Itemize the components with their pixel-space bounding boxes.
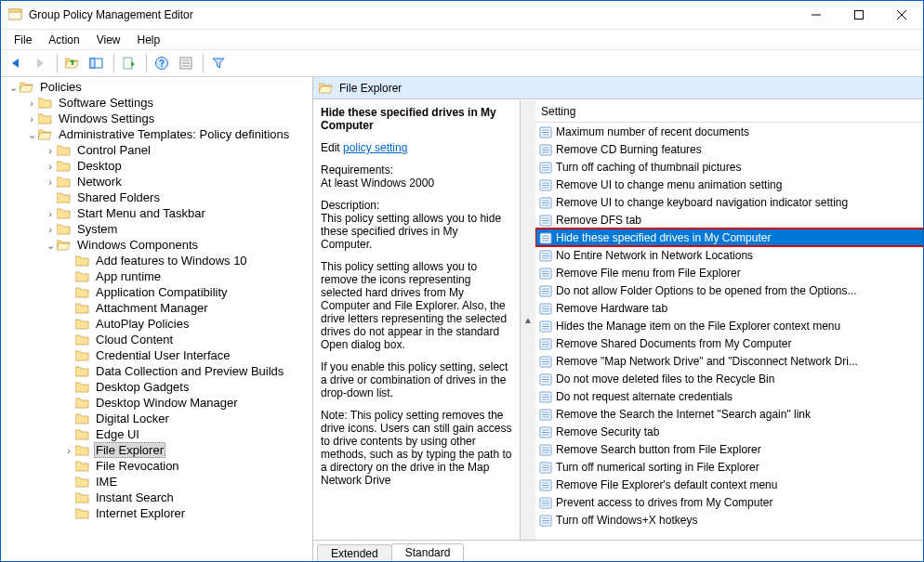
expand-icon[interactable]: › (25, 97, 38, 110)
folder-icon (75, 380, 90, 395)
tree-node[interactable]: Desktop Window Manager (62, 395, 312, 411)
close-button[interactable] (880, 1, 923, 29)
help-button[interactable]: ? (151, 52, 173, 74)
setting-row[interactable]: Remove the Search the Internet "Search a… (535, 405, 923, 423)
tree-node[interactable]: Edge UI (62, 426, 312, 442)
setting-row[interactable]: Hide these specified drives in My Comput… (535, 229, 923, 246)
edit-policy-link[interactable]: policy setting (343, 141, 407, 154)
menu-help[interactable]: Help (130, 32, 168, 48)
tree-node[interactable]: IME (62, 474, 312, 490)
tree-node-software-settings[interactable]: ›Software Settings (25, 95, 312, 111)
folder-icon (38, 96, 53, 111)
expand-icon[interactable]: › (44, 223, 57, 236)
tree-node-policies[interactable]: ⌄ Policies (7, 79, 312, 95)
setting-row[interactable]: Remove "Map Network Drive" and "Disconne… (535, 352, 923, 370)
collapse-icon[interactable]: ⌄ (7, 81, 20, 94)
tree-node[interactable]: App runtime (62, 268, 312, 284)
setting-row[interactable]: Remove Search button from File Explorer … (535, 440, 923, 458)
setting-row[interactable]: Remove File menu from File Explorer Not … (535, 264, 923, 281)
tree-node[interactable]: Cloud Content (62, 332, 312, 347)
properties-button[interactable] (175, 52, 197, 74)
tree-node[interactable]: Desktop Gadgets (62, 379, 312, 395)
tree-pane[interactable]: ⌄ Policies ›Software Settings ›Windows S… (1, 77, 313, 561)
setting-row[interactable]: Remove Hardware tab Not configured (535, 299, 923, 317)
back-button[interactable] (5, 52, 27, 74)
folder-icon (57, 238, 72, 253)
settings-list[interactable]: Maximum number of recent documents Not c… (535, 123, 923, 540)
toolbar: ? (1, 50, 923, 77)
tree-node[interactable]: File Revocation (62, 458, 312, 474)
tree-node-network[interactable]: ›Network (44, 174, 312, 190)
setting-row[interactable]: Remove CD Burning features Not configure… (535, 140, 923, 158)
setting-row[interactable]: Prevent access to drives from My Compute… (535, 493, 923, 511)
tree-node[interactable]: › File Explorer (62, 442, 312, 458)
menu-action[interactable]: Action (41, 32, 86, 48)
setting-row[interactable]: Do not allow Folder Options to be opened… (535, 281, 923, 299)
setting-row[interactable]: Turn off numerical sorting in File Explo… (535, 458, 923, 476)
tree-node[interactable]: Add features to Windows 10 (62, 253, 312, 268)
tree-node[interactable]: Data Collection and Preview Builds (62, 363, 312, 379)
requirements-value: At least Windows 2000 (321, 176, 434, 190)
desc-scroll-up[interactable]: ▲ (521, 100, 535, 540)
tree-node[interactable]: Application Compatibility (62, 284, 312, 300)
expand-icon[interactable]: › (62, 444, 75, 457)
setting-row[interactable]: Turn off caching of thumbnail pictures N… (535, 158, 923, 176)
menu-file[interactable]: File (7, 32, 39, 48)
tree-node[interactable]: Attachment Manager (62, 300, 312, 316)
titlebar[interactable]: Group Policy Management Editor (1, 1, 923, 30)
folder-icon (75, 364, 90, 379)
setting-icon (539, 231, 552, 244)
setting-row[interactable]: Maximum number of recent documents Not c… (535, 123, 923, 140)
forward-button[interactable] (29, 52, 51, 74)
setting-row[interactable]: Remove File Explorer's default context m… (535, 476, 923, 493)
expand-icon[interactable]: › (25, 112, 38, 125)
setting-row[interactable]: Remove Security tab Not configured (535, 423, 923, 440)
tree: ⌄ Policies ›Software Settings ›Windows S… (1, 79, 312, 521)
tab-extended[interactable]: Extended (317, 544, 392, 561)
tree-node-start-menu[interactable]: ›Start Menu and Taskbar (44, 205, 312, 221)
folder-icon (75, 490, 90, 505)
setting-row[interactable]: Hides the Manage item on the File Explor… (535, 317, 923, 334)
menu-view[interactable]: View (89, 32, 128, 48)
filter-button[interactable] (207, 52, 230, 74)
setting-row[interactable]: No Entire Network in Network Locations N… (535, 246, 923, 264)
maximize-button[interactable] (838, 1, 880, 29)
folder-icon (75, 475, 90, 490)
up-button[interactable] (61, 52, 84, 74)
tree-node-control-panel[interactable]: ›Control Panel (44, 142, 312, 158)
setting-row[interactable]: Turn off Windows+X hotkeys Not configure… (535, 511, 923, 529)
tree-label: AutoPlay Policies (94, 317, 191, 331)
expand-icon[interactable]: › (44, 144, 57, 157)
toolbar-sep (146, 54, 147, 72)
expand-icon[interactable]: › (44, 160, 57, 173)
tree-node-desktop[interactable]: ›Desktop (44, 158, 312, 174)
minimize-button[interactable] (795, 1, 838, 29)
tree-node-windows-settings[interactable]: ›Windows Settings (25, 111, 312, 126)
setting-row[interactable]: Remove DFS tab Not configured (535, 211, 923, 229)
setting-row[interactable]: Remove UI to change menu animation setti… (535, 176, 923, 193)
collapse-icon[interactable]: ⌄ (44, 239, 57, 252)
collapse-icon[interactable]: ⌄ (25, 128, 38, 141)
tree-node[interactable]: Credential User Interface (62, 347, 312, 363)
show-hide-tree-button[interactable] (86, 52, 108, 74)
tree-node-system[interactable]: ›System (44, 221, 312, 237)
tab-standard[interactable]: Standard (391, 543, 465, 561)
column-setting[interactable]: Setting (535, 100, 923, 122)
setting-row[interactable]: Do not move deleted files to the Recycle… (535, 370, 923, 387)
folder-icon (38, 127, 53, 142)
expand-icon[interactable]: › (44, 176, 57, 189)
tree-node-admin-templates[interactable]: ⌄Administrative Templates: Policy defini… (25, 126, 312, 142)
setting-row[interactable]: Do not request alternate credentials Not… (535, 387, 923, 405)
export-button[interactable] (118, 52, 140, 74)
folder-icon (20, 80, 34, 95)
tree-node[interactable]: Digital Locker (62, 411, 312, 426)
tree-label: Start Menu and Taskbar (75, 206, 207, 220)
tree-node[interactable]: Internet Explorer (62, 505, 312, 521)
tree-node[interactable]: AutoPlay Policies (62, 316, 312, 332)
expand-icon[interactable]: › (44, 207, 57, 220)
tree-node-shared-folders[interactable]: Shared Folders (44, 190, 312, 205)
tree-node-windows-components[interactable]: ⌄Windows Components (44, 237, 312, 253)
setting-row[interactable]: Remove Shared Documents from My Computer… (535, 334, 923, 352)
tree-node[interactable]: Instant Search (62, 490, 312, 505)
setting-row[interactable]: Remove UI to change keyboard navigation … (535, 193, 923, 211)
